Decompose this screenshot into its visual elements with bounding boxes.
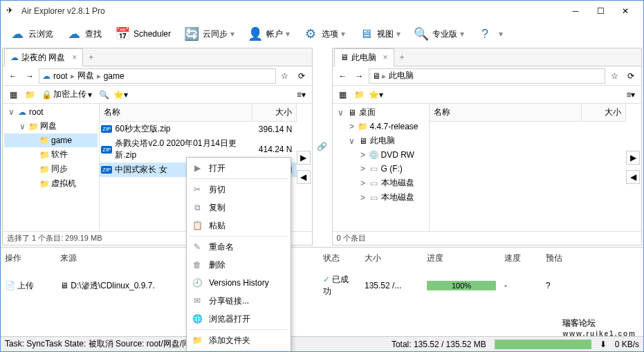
add-tab-button[interactable]: + [394,50,410,65]
refresh-button[interactable]: ⟳ [623,68,638,84]
breadcrumb-item[interactable]: 此电脑 [387,70,415,82]
tree-toggle-button[interactable]: ▦ [6,87,21,102]
back-button[interactable]: ← [6,68,21,84]
favorite-button[interactable]: ☆ [277,68,293,84]
tree-item[interactable]: ∨🖥此电脑 [334,133,427,148]
tree-label: 桌面 [359,106,376,118]
tree-item[interactable]: 📁game [4,133,98,147]
expand-icon[interactable]: ∨ [7,107,15,117]
tree-item[interactable]: 📁同步 [4,162,98,176]
ctx-rename[interactable]: ✎重命名 [187,238,291,256]
encrypt-upload-button[interactable]: 🔒加密上传▾ [39,87,95,102]
ctx-share[interactable]: ✉分享链接... [187,292,291,310]
ctx-paste[interactable]: 📋粘贴 [187,216,291,234]
toolbar-monitor-button[interactable]: 🖥视图▾ [352,23,406,45]
col-name[interactable]: 名称 [100,104,252,121]
minimize-button[interactable]: ─ [563,1,588,21]
right-tree[interactable]: ∨🖥桌面>📁4.4.7-release∨🖥此电脑>💿DVD RW>▭G (F:)… [333,104,430,231]
copy-left-button[interactable]: ◀ [626,170,640,184]
ctx-delete[interactable]: 🗑删除 [187,256,291,274]
breadcrumb-item[interactable]: root [52,71,69,81]
col-size[interactable]: 大小 [252,104,297,121]
task-table[interactable]: 操作 来源 状态 大小 进度 速度 预估 📄 上传 🖥 D:\渗透\CDlinu… [1,248,643,302]
tree-item[interactable]: ∨☁root [4,105,98,119]
tree-item[interactable]: >📁4.4.7-release [334,120,427,133]
expand-icon[interactable]: > [359,150,367,160]
col-speed[interactable]: 速度 [500,248,542,269]
favorite-button[interactable]: ☆ [607,68,622,84]
toolbar-cloud-search-button[interactable]: ☁查找 [60,23,107,45]
search-button[interactable]: 🔍 [96,87,111,102]
toolbar-cloud-browse-button[interactable]: ☁云浏览 [3,23,59,45]
view-list-button[interactable]: ≡▾ [623,87,638,102]
tree-item[interactable]: ∨🖥桌面 [334,105,427,120]
expand-icon[interactable]: ∨ [348,136,356,146]
copy-right-button[interactable]: ▶ [626,151,640,165]
left-tab[interactable]: ☁ 柒夜的 网盘 × [4,48,83,66]
star-button[interactable]: ⭐▾ [369,87,384,102]
ctx-addfolder[interactable]: 📁添加文件夹 [187,331,291,349]
task-row[interactable]: 📄 上传 🖥 D:\渗透\CDlinux_0.9.7. ✓ 已成功 135.52… [1,269,643,302]
left-list-header[interactable]: 名称 大小 [100,104,297,122]
left-breadcrumb[interactable]: ☁ root▸ 网盘▸ game [39,68,276,84]
add-tab-button[interactable]: + [83,50,99,65]
tree-toggle-button[interactable]: ▦ [335,87,351,102]
breadcrumb-item[interactable]: game [102,71,126,81]
expand-icon[interactable]: > [359,164,367,174]
right-tab[interactable]: 🖥 此电脑 × [334,48,394,66]
forward-button[interactable]: → [352,68,367,84]
expand-icon[interactable]: ∨ [337,108,345,118]
new-folder-button[interactable]: 📁 [352,87,367,102]
forward-button[interactable]: → [22,68,37,84]
col-progress[interactable]: 进度 [423,248,500,269]
close-tab-icon[interactable]: × [383,53,388,62]
star-button[interactable]: ⭐▾ [113,87,128,102]
right-breadcrumb[interactable]: 🖥 ▸ 此电脑 [369,68,606,84]
toolbar-badge-button[interactable]: 🔍专业版▾ [407,23,470,45]
expand-icon[interactable]: > [359,178,367,188]
tree-item[interactable]: >▭本地磁盘 [334,176,427,190]
tree-item[interactable]: 📁虚拟机 [4,176,98,191]
view-list-button[interactable]: ≡▾ [294,87,309,102]
tree-item[interactable]: >💿DVD RW [334,148,427,162]
close-button[interactable]: ✕ [613,1,638,21]
breadcrumb-item[interactable]: 网盘 [76,70,95,82]
tree-item[interactable]: >▭本地磁盘 [334,190,427,205]
context-menu[interactable]: ▶打开✂剪切⧉复制📋粘贴✎重命名🗑删除🕘Versions History✉分享链… [186,157,291,352]
ctx-cut[interactable]: ✂剪切 [187,180,291,198]
col-eta[interactable]: 预估 [542,248,643,269]
toolbar-cloud-sync-button[interactable]: 🔄云同步▾ [178,23,240,45]
expand-icon[interactable]: > [348,122,356,131]
col-size[interactable]: 大小 [360,248,423,269]
close-tab-icon[interactable]: × [72,53,77,62]
col-op[interactable]: 操作 [1,248,56,269]
ctx-history[interactable]: 🕘Versions History [187,274,291,292]
toolbar-user-button[interactable]: 👤帐户▾ [241,23,295,45]
ctx-open[interactable]: ▶打开 [187,159,291,177]
sync-button[interactable]: 🔗 [314,46,331,247]
col-name[interactable]: 名称 [430,104,582,121]
new-folder-button[interactable]: 📁 [22,87,37,102]
right-list-header[interactable]: 名称 大小 [430,104,627,122]
toolbar-calendar-button[interactable]: 📅Scheduler [109,23,176,45]
col-src[interactable]: 来源 [56,248,167,269]
tree-item[interactable]: ∨📁网盘 [4,119,98,133]
back-button[interactable]: ← [335,68,351,84]
right-rows[interactable] [430,122,627,231]
expand-icon[interactable]: > [359,193,367,203]
toolbar-gear-button[interactable]: ⚙选项▾ [297,23,351,45]
ctx-copy[interactable]: ⧉复制 [187,198,291,216]
copy-left-button[interactable]: ◀ [297,170,311,184]
expand-icon[interactable]: ∨ [18,122,26,131]
copy-right-button[interactable]: ▶ [297,151,311,165]
tree-item[interactable]: >▭G (F:) [334,162,427,176]
maximize-button[interactable]: ☐ [588,1,613,21]
col-status[interactable]: 状态 [319,248,360,269]
tree-item[interactable]: 📁软件 [4,147,98,162]
col-size[interactable]: 大小 [582,104,626,121]
refresh-button[interactable]: ⟳ [294,68,309,84]
file-row[interactable]: ZIP60秒太空版.zip396.14 N [100,122,297,136]
ctx-browser[interactable]: 🌐浏览器打开 [187,310,291,328]
left-tree[interactable]: ∨☁root∨📁网盘📁game📁软件📁同步📁虚拟机 [3,104,100,231]
toolbar-help-button[interactable]: ?▾ [471,23,508,45]
